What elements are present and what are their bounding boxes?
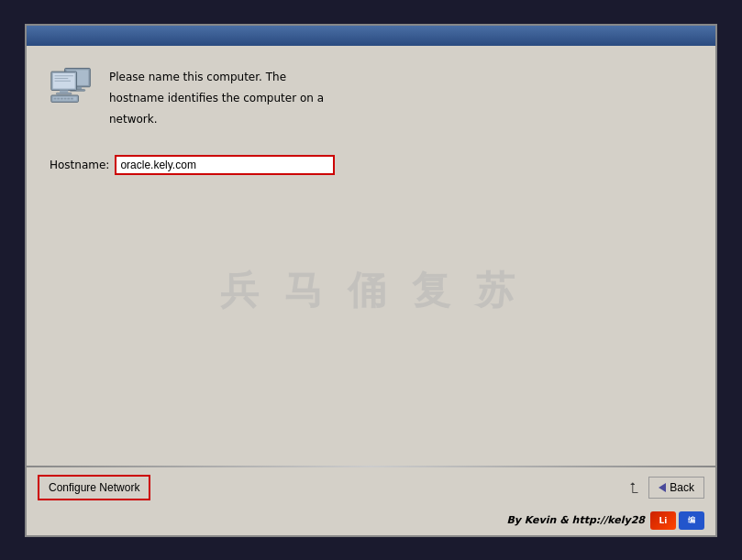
back-button[interactable]: Back: [648, 477, 704, 499]
hostname-input[interactable]: [115, 155, 335, 175]
website-badge: 编: [679, 511, 704, 530]
back-arrow-icon: [659, 483, 666, 492]
svg-rect-9: [60, 90, 68, 93]
computer-icon: [50, 64, 95, 110]
bottom-right: ⮤ Back: [628, 477, 704, 499]
credit-text: By Kevin & http://kely28: [506, 514, 645, 526]
description-line2: hostname identifies the computer on a: [109, 90, 324, 106]
svg-rect-10: [56, 93, 72, 94]
svg-rect-14: [57, 97, 60, 99]
top-section: Please name this computer. The hostname …: [50, 64, 692, 127]
watermark: 兵 马 俑 复 苏: [220, 265, 522, 316]
bottom-credit: By Kevin & http://kely28 Li 编: [27, 508, 715, 535]
description-line1: Please name this computer. The: [109, 69, 324, 85]
description-block: Please name this computer. The hostname …: [109, 64, 324, 127]
computer-illustration: [50, 64, 94, 104]
cursor-icon: ⮤: [628, 480, 641, 495]
svg-rect-18: [71, 97, 73, 99]
svg-rect-16: [64, 97, 67, 99]
svg-rect-17: [67, 97, 70, 99]
hostname-row: Hostname:: [50, 155, 692, 175]
logo-badge: Li: [650, 511, 676, 530]
configure-network-button[interactable]: Configure Network: [38, 475, 150, 500]
description-line3: network.: [109, 111, 324, 127]
installer-window: Please name this computer. The hostname …: [25, 24, 717, 537]
svg-rect-15: [61, 97, 63, 99]
bottom-bar: Configure Network ⮤ Back: [27, 467, 715, 508]
hostname-label: Hostname:: [50, 159, 109, 171]
content-area: Please name this computer. The hostname …: [27, 46, 715, 535]
title-bar: [27, 26, 715, 46]
back-label: Back: [670, 481, 694, 494]
svg-rect-13: [54, 97, 57, 99]
bottom-section: Configure Network ⮤ Back By Kevin & http…: [27, 466, 715, 535]
